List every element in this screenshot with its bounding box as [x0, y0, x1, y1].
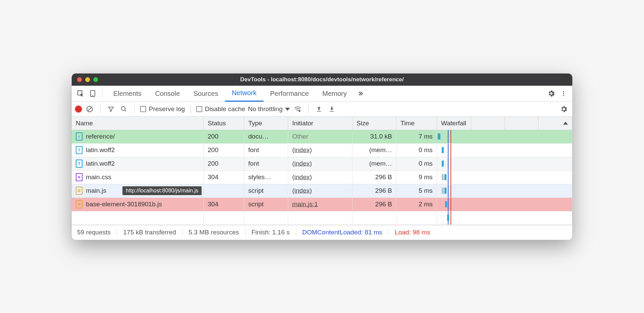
request-name-cell[interactable]: ⦿main.jshttp://localhost:8080/js/main.js: [72, 184, 204, 198]
status-domcontentloaded: DOMContentLoaded: 81 ms: [296, 229, 389, 236]
col-name[interactable]: Name: [72, 117, 204, 130]
waterfall-cell: [437, 144, 572, 157]
network-status-bar: 59 requests 175 kB transferred 5.3 MB re…: [72, 225, 572, 240]
col-size[interactable]: Size: [352, 117, 396, 130]
col-status[interactable]: Status: [204, 117, 244, 130]
col-initiator[interactable]: Initiator: [288, 117, 352, 130]
minimize-window-button[interactable]: [85, 77, 90, 82]
time-cell: 2 ms: [396, 198, 437, 211]
clear-icon[interactable]: [85, 104, 95, 114]
request-name: latin.woff2: [86, 146, 115, 154]
size-cell: 31.0 kB: [352, 130, 396, 144]
status-cell: 200: [204, 130, 244, 144]
size-cell: 296 B: [352, 171, 396, 184]
type-cell: font: [244, 144, 288, 157]
initiator-cell[interactable]: (index): [288, 144, 352, 157]
divider: [134, 105, 135, 113]
type-cell: script: [244, 184, 288, 198]
initiator-cell[interactable]: (index): [288, 184, 352, 198]
disable-cache-checkbox[interactable]: Disable cache: [196, 105, 245, 113]
initiator-cell[interactable]: (index): [288, 171, 352, 184]
waterfall-cell: [437, 184, 572, 198]
svg-point-3: [563, 91, 564, 92]
svg-rect-11: [317, 111, 321, 112]
tab-console[interactable]: Console: [148, 85, 186, 102]
svg-point-10: [299, 110, 301, 112]
waterfall-cell: [437, 211, 572, 225]
main-tabs-row: ElementsConsoleSourcesNetworkPerformance…: [72, 86, 572, 102]
time-cell: 0 ms: [396, 157, 437, 171]
type-cell: styles…: [244, 171, 288, 184]
col-type[interactable]: Type: [244, 117, 288, 130]
filter-icon[interactable]: [106, 104, 116, 114]
devtools-window: DevTools - localhost:8080/docs/devtools/…: [72, 74, 572, 240]
status-load: Load: 98 ms: [389, 229, 436, 236]
close-window-button[interactable]: [77, 77, 82, 82]
empty-cell: [396, 211, 437, 225]
kebab-menu-icon[interactable]: [558, 88, 569, 99]
settings-icon[interactable]: [546, 88, 557, 99]
col-waterfall[interactable]: Waterfall: [437, 117, 572, 130]
request-name: reference/: [86, 133, 115, 140]
empty-cell: [204, 211, 244, 225]
maximize-window-button[interactable]: [93, 77, 98, 82]
tab-memory[interactable]: Memory: [316, 85, 353, 102]
throttling-dropdown[interactable]: No throttling: [248, 105, 290, 113]
doc-file-icon: ≡: [76, 132, 83, 141]
divider: [190, 105, 191, 113]
tab-performance[interactable]: Performance: [263, 85, 316, 102]
type-cell: script: [244, 198, 288, 211]
network-table: Name Status Type Initiator Size Time Wat…: [72, 117, 572, 225]
css-file-icon: ✎: [76, 173, 83, 181]
empty-cell: [352, 211, 396, 225]
status-cell: 200: [204, 157, 244, 171]
initiator-cell: Other: [288, 130, 352, 144]
preserve-log-label: Preserve log: [149, 105, 185, 113]
initiator-cell[interactable]: (index): [288, 157, 352, 171]
request-name: main.css: [86, 173, 111, 181]
type-cell: docu…: [244, 130, 288, 144]
time-cell: 0 ms: [396, 144, 437, 157]
device-toolbar-icon[interactable]: [87, 88, 98, 99]
record-button[interactable]: [75, 106, 82, 112]
initiator-cell[interactable]: main.js:1: [288, 198, 352, 211]
empty-cell: [288, 211, 352, 225]
type-cell: font: [244, 157, 288, 171]
request-name-cell[interactable]: Tlatin.woff2: [72, 157, 204, 171]
tab-sources[interactable]: Sources: [187, 85, 225, 102]
preserve-log-checkbox[interactable]: Preserve log: [140, 105, 185, 113]
size-cell: 296 B: [352, 198, 396, 211]
upload-har-icon[interactable]: [314, 104, 324, 114]
status-requests: 59 requests: [77, 229, 117, 236]
js-file-icon: ⦿: [76, 200, 83, 208]
empty-cell: [72, 211, 204, 225]
network-conditions-icon[interactable]: [293, 104, 303, 114]
svg-point-5: [563, 95, 564, 96]
size-cell: (mem…: [352, 144, 396, 157]
network-settings-icon[interactable]: [559, 104, 569, 114]
font-file-icon: T: [76, 146, 83, 154]
size-cell: (mem…: [352, 157, 396, 171]
more-tabs-icon[interactable]: [355, 88, 366, 99]
time-cell: 5 ms: [396, 184, 437, 198]
request-name-cell[interactable]: ✎main.css: [72, 171, 204, 184]
download-har-icon[interactable]: [327, 104, 337, 114]
status-transferred: 175 kB transferred: [117, 229, 182, 236]
waterfall-cell: [437, 171, 572, 184]
svg-rect-12: [330, 111, 334, 112]
waterfall-cell: [437, 157, 572, 171]
search-icon[interactable]: [119, 104, 129, 114]
divider: [102, 89, 102, 98]
tab-elements[interactable]: Elements: [107, 85, 148, 102]
network-toolbar: Preserve log Disable cache No throttling: [72, 102, 572, 117]
col-time[interactable]: Time: [396, 117, 437, 130]
status-cell: 304: [204, 198, 244, 211]
request-name: base-element-3018901b.js: [86, 201, 162, 208]
tab-network[interactable]: Network: [225, 85, 263, 102]
time-cell: 7 ms: [396, 130, 437, 144]
disable-cache-label: Disable cache: [205, 105, 245, 113]
inspect-element-icon[interactable]: [75, 88, 86, 99]
request-name-cell[interactable]: ≡reference/: [72, 130, 204, 144]
request-name-cell[interactable]: ⦿base-element-3018901b.js: [72, 198, 204, 211]
request-name-cell[interactable]: Tlatin.woff2: [72, 144, 204, 157]
